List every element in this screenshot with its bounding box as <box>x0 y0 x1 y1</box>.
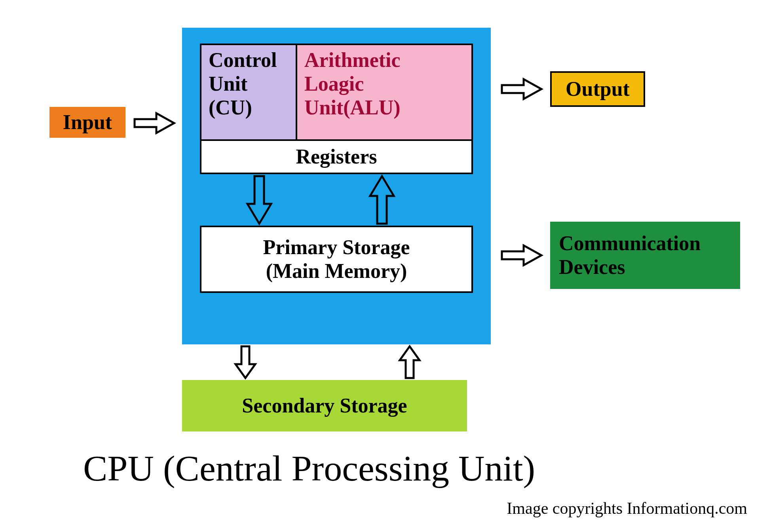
diagram-title: CPU (Central Processing Unit) <box>83 447 535 489</box>
output-box: Output <box>550 71 645 107</box>
svg-marker-5 <box>235 346 255 378</box>
output-label: Output <box>566 77 630 101</box>
svg-marker-4 <box>370 176 394 224</box>
control-unit-label: Control Unit (CU) <box>209 48 277 119</box>
input-box: Input <box>49 107 125 138</box>
svg-marker-1 <box>502 79 541 99</box>
primary-storage-box: Primary Storage (Main Memory) <box>200 226 473 293</box>
arrow-right-icon <box>502 245 541 265</box>
input-label: Input <box>63 110 112 134</box>
svg-marker-2 <box>502 245 541 265</box>
svg-marker-3 <box>247 176 271 224</box>
arrow-up-icon <box>370 176 394 224</box>
arrow-right-icon <box>135 113 174 133</box>
image-credit: Image copyrights Informationq.com <box>507 499 747 518</box>
secondary-storage-box: Secondary Storage <box>182 380 467 431</box>
alu-label: Arithmetic Loagic Unit(ALU) <box>304 48 401 119</box>
arrow-down-icon <box>247 176 271 224</box>
alu-box: Arithmetic Loagic Unit(ALU) <box>296 44 473 141</box>
svg-marker-0 <box>135 113 174 133</box>
control-unit-box: Control Unit (CU) <box>200 44 297 141</box>
communication-devices-label: Communication Devices <box>559 232 701 279</box>
svg-marker-6 <box>400 346 420 378</box>
communication-devices-box: Communication Devices <box>550 222 740 289</box>
registers-label: Registers <box>296 145 377 169</box>
arrow-right-icon <box>502 79 541 99</box>
registers-box: Registers <box>200 139 473 174</box>
secondary-storage-label: Secondary Storage <box>242 394 407 418</box>
arrow-down-icon <box>235 346 255 378</box>
primary-storage-label: Primary Storage (Main Memory) <box>263 236 410 283</box>
arrow-up-icon <box>400 346 420 378</box>
